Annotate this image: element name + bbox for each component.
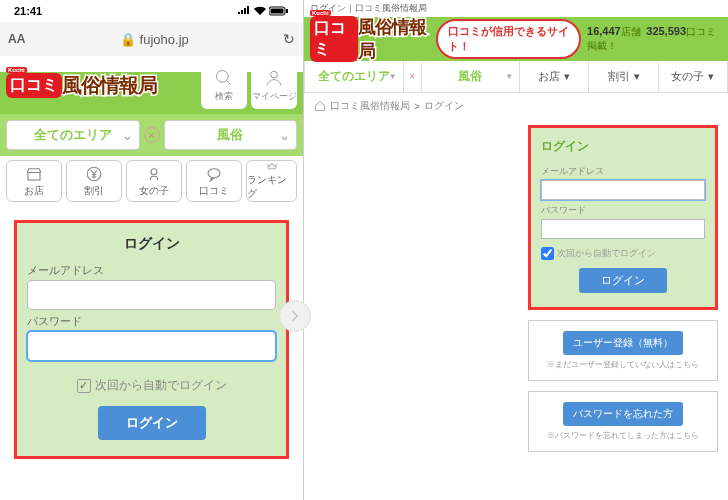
status-indicators	[237, 6, 289, 16]
battery-icon	[269, 6, 289, 16]
auto-login-row[interactable]: ✓ 次回から自動でログイン	[27, 377, 276, 394]
mobile-status-bar: 21:41	[0, 0, 303, 22]
breadcrumb-sep: >	[414, 101, 420, 112]
svg-point-8	[151, 168, 157, 174]
url-domain: 🔒fujoho.jp	[25, 32, 283, 47]
password-label: パスワード	[541, 204, 705, 217]
login-title: ログイン	[541, 138, 705, 155]
next-page-floating-button[interactable]	[279, 300, 311, 332]
tagline-pill: 口コミが信用できるサイト！	[436, 19, 581, 59]
auto-login-input[interactable]	[541, 247, 554, 260]
site-logo[interactable]: Kuchi口コミ 風俗情報局	[6, 72, 157, 99]
svg-point-3	[217, 70, 229, 82]
tab-discount[interactable]: 割引	[66, 160, 122, 202]
desktop-login-panel: ログイン メールアドレス パスワード 次回から自動でログイン ログイン	[528, 125, 718, 310]
nav-area-dropdown[interactable]: 全てのエリア▼	[305, 61, 404, 92]
nav-genre-dropdown[interactable]: 風俗▼	[422, 61, 521, 92]
breadcrumb-home[interactable]: 口コミ風俗情報局	[330, 99, 410, 113]
shop-icon	[25, 165, 43, 183]
clear-filter-button[interactable]: ×	[144, 127, 160, 143]
wifi-icon	[253, 6, 267, 16]
nav-discount[interactable]: 割引▾	[589, 61, 658, 92]
password-label: パスワード	[27, 314, 276, 329]
speech-icon	[205, 165, 223, 183]
svg-point-5	[271, 71, 278, 78]
home-icon	[314, 100, 326, 112]
svg-point-9	[208, 168, 220, 177]
caret-down-icon: ▾	[708, 70, 714, 83]
email-label: メールアドレス	[27, 263, 276, 278]
mobile-filter-row: 全てのエリア⌄ × 風俗⌄	[0, 114, 303, 156]
tab-shop[interactable]: お店	[6, 160, 62, 202]
reload-icon[interactable]: ↻	[283, 31, 295, 47]
password-field[interactable]	[541, 219, 705, 239]
breadcrumb: 口コミ風俗情報局 > ログイン	[304, 93, 728, 119]
status-time: 21:41	[14, 5, 42, 17]
caret-down-icon: ▼	[505, 72, 513, 81]
site-stats: 16,447店舗 325,593口コミ掲載！	[587, 25, 722, 53]
breadcrumb-current: ログイン	[424, 99, 464, 113]
caret-down-icon: ▼	[389, 72, 397, 81]
nav-girls[interactable]: 女の子▾	[659, 61, 727, 92]
register-box: ユーザー登録（無料） ※まだユーザー登録していない人はこちら	[528, 320, 718, 381]
checkbox-icon[interactable]: ✓	[77, 379, 91, 393]
signal-icon	[237, 6, 251, 16]
caret-down-icon: ▾	[564, 70, 570, 83]
mypage-button[interactable]: マイページ	[251, 61, 297, 109]
email-field[interactable]	[27, 280, 276, 310]
mobile-url-bar: AA 🔒fujoho.jp ↻	[0, 22, 303, 56]
site-logo[interactable]: Kuchi口コミ 風俗情報局	[310, 15, 430, 63]
crown-icon	[263, 161, 281, 172]
chevron-down-icon: ⌄	[122, 128, 133, 143]
user-icon	[264, 68, 284, 88]
mobile-login-panel: ログイン メールアドレス パスワード ✓ 次回から自動でログイン ログイン	[14, 220, 289, 459]
forgot-note: ※パスワードを忘れてしまった方はこちら	[539, 430, 707, 441]
lock-icon: 🔒	[120, 32, 136, 47]
genre-dropdown[interactable]: 風俗⌄	[164, 120, 298, 150]
email-label: メールアドレス	[541, 165, 705, 178]
register-button[interactable]: ユーザー登録（無料）	[563, 331, 683, 355]
auto-login-checkbox[interactable]: 次回から自動でログイン	[541, 247, 705, 260]
login-button[interactable]: ログイン	[98, 406, 206, 440]
tab-ranking[interactable]: ランキング	[246, 160, 297, 202]
email-field[interactable]	[541, 180, 705, 200]
mobile-category-tabs: お店 割引 女の子 口コミ ランキング	[0, 156, 303, 206]
nav-shop[interactable]: お店▾	[520, 61, 589, 92]
nav-clear-button[interactable]: ×	[404, 61, 422, 92]
text-size-icon[interactable]: AA	[8, 32, 25, 46]
search-button[interactable]: 検索	[201, 61, 247, 109]
tab-girls[interactable]: 女の子	[126, 160, 182, 202]
caret-down-icon: ▾	[634, 70, 640, 83]
mobile-header: Kuchi口コミ 風俗情報局 検索 マイページ	[0, 56, 303, 114]
svg-rect-2	[286, 9, 288, 13]
password-field[interactable]	[27, 331, 276, 361]
girl-icon	[145, 165, 163, 183]
svg-line-4	[227, 80, 231, 84]
desktop-nav: 全てのエリア▼ × 風俗▼ お店▾ 割引▾ 女の子▾	[304, 61, 728, 93]
search-icon	[214, 68, 234, 88]
tab-review[interactable]: 口コミ	[186, 160, 242, 202]
forgot-password-button[interactable]: パスワードを忘れた方	[563, 402, 683, 426]
register-note: ※まだユーザー登録していない人はこちら	[539, 359, 707, 370]
svg-rect-1	[271, 9, 284, 14]
chevron-right-icon	[288, 309, 302, 323]
area-dropdown[interactable]: 全てのエリア⌄	[6, 120, 140, 150]
chevron-down-icon: ⌄	[279, 128, 290, 143]
forgot-box: パスワードを忘れた方 ※パスワードを忘れてしまった方はこちら	[528, 391, 718, 452]
desktop-header: Kuchi口コミ 風俗情報局 口コミが信用できるサイト！ 16,447店舗 32…	[304, 17, 728, 61]
login-button[interactable]: ログイン	[579, 268, 667, 293]
yen-icon	[85, 165, 103, 183]
svg-rect-6	[28, 172, 40, 180]
login-title: ログイン	[27, 235, 276, 253]
